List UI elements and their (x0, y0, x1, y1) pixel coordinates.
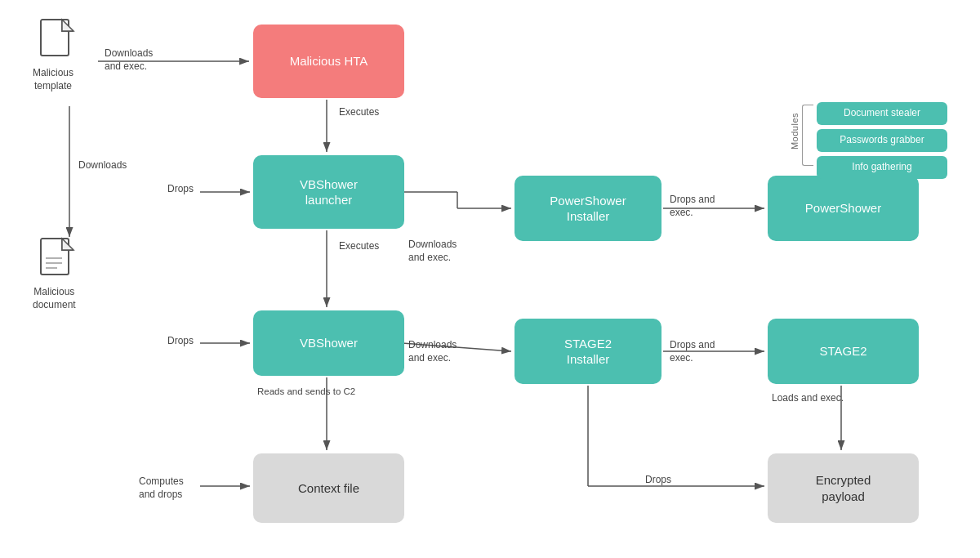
label-drops-vbshower-launcher: Drops (167, 183, 194, 196)
label-downloads-exec-stage2: Downloadsand exec. (408, 339, 457, 364)
powershower-label: PowerShower (805, 200, 881, 217)
vbshower-launcher-box: VBShowerlauncher (253, 155, 404, 229)
label-loads-exec: Loads and exec. (772, 392, 844, 405)
stage2-installer-label: STAGE2Installer (564, 336, 612, 368)
vbshower-launcher-label: VBShowerlauncher (300, 176, 358, 208)
malicious-hta-label: Malicious HTA (290, 53, 368, 69)
vbshower-box: VBShower (253, 310, 404, 376)
powershower-installer-box: PowerShowerInstaller (514, 176, 662, 241)
label-computes-drops: Computesand drops (139, 475, 184, 501)
malicious-template-label: Malicioustemplate (33, 67, 74, 92)
modules-bracket (802, 105, 813, 166)
label-drops-vbshower: Drops (167, 335, 194, 348)
label-downloads-exec-hta: Downloadsand exec. (105, 47, 153, 73)
module-info-gathering: Info gathering (817, 156, 947, 179)
vbshower-label: VBShower (300, 335, 358, 351)
label-downloads: Downloads (78, 159, 127, 172)
stage2-label: STAGE2 (819, 343, 866, 359)
label-downloads-exec-powershower: Downloadsand exec. (408, 239, 457, 264)
label-executes-1: Executes (339, 106, 379, 119)
malicious-template-icon: Malicioustemplate (39, 18, 80, 92)
context-file-label: Context file (298, 480, 359, 497)
label-drops-encrypted: Drops (645, 474, 671, 487)
module-passwords-grabber: Passwords grabber (817, 129, 947, 152)
malicious-document-label: Maliciousdocument (33, 286, 76, 311)
module-info-gathering-label: Info gathering (852, 161, 911, 174)
encrypted-payload-box: Encryptedpayload (768, 453, 919, 523)
powershower-installer-label: PowerShowerInstaller (550, 193, 626, 225)
label-drops-exec-powershower: Drops andexec. (670, 194, 715, 219)
module-document-stealer-label: Document stealer (844, 107, 920, 120)
malicious-hta-box: Malicious HTA (253, 25, 404, 98)
context-file-box: Context file (253, 453, 404, 523)
stage2-installer-box: STAGE2Installer (514, 319, 662, 384)
stage2-box: STAGE2 (768, 319, 919, 384)
module-document-stealer: Document stealer (817, 102, 947, 125)
malicious-document-icon: Maliciousdocument (39, 237, 82, 311)
modules-label: Modules (790, 113, 800, 150)
label-reads-sends: Reads and sends to C2 (257, 386, 355, 398)
diagram: Malicioustemplate Downloadsand exec. Dow… (0, 0, 980, 558)
label-executes-2: Executes (339, 240, 379, 253)
label-drops-exec-stage2: Drops andexec. (670, 339, 715, 364)
encrypted-payload-label: Encryptedpayload (816, 472, 871, 504)
module-passwords-grabber-label: Passwords grabber (840, 134, 924, 147)
powershower-box: PowerShower (768, 176, 919, 241)
